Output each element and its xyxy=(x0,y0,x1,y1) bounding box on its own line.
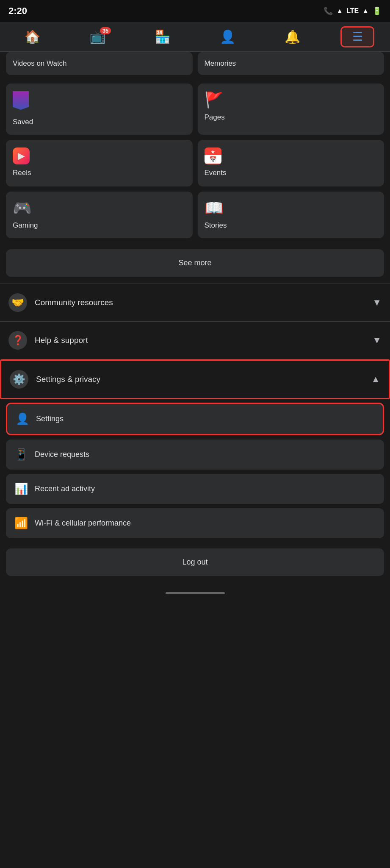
gaming-label: Gaming xyxy=(13,221,38,230)
call-icon: 📞 xyxy=(324,6,333,16)
gaming-icon: 🎮 xyxy=(13,199,32,217)
device-requests-sub-item[interactable]: 📱 Device requests xyxy=(6,440,384,470)
marketplace-icon: 🏪 xyxy=(155,29,170,44)
videos-on-watch-label: Videos on Watch xyxy=(13,59,67,68)
memories-item[interactable]: Memories xyxy=(198,52,384,75)
community-resources-label: Community resources xyxy=(35,298,113,307)
stories-label: Stories xyxy=(205,221,227,230)
help-support-chevron: ▼ xyxy=(372,335,382,346)
wifi-cellular-sub-item[interactable]: 📶 Wi-Fi & cellular performance xyxy=(6,508,384,538)
ad-icon: 📊 xyxy=(14,482,28,495)
grid-section: Saved 🚩 Pages ▶ Reels ★ 📅 xyxy=(0,79,390,248)
help-support-left: ❓ Help & support xyxy=(8,331,88,350)
nav-item-notifications[interactable]: 🔔 xyxy=(276,26,310,47)
reels-label: Reels xyxy=(13,169,31,177)
saved-label: Saved xyxy=(13,118,33,126)
home-icon: 🏠 xyxy=(25,29,40,44)
settings-privacy-icon: ⚙️ xyxy=(10,370,28,389)
settings-sub-items: 👤 Settings 📱 Device requests 📊 Recent ad… xyxy=(0,399,390,542)
nav-item-menu[interactable]: ☰ xyxy=(340,26,374,47)
grid-item-reels[interactable]: ▶ Reels xyxy=(6,140,193,186)
status-bar: 2:20 📞 ▲ LTE ▲ 🔋 xyxy=(0,0,390,22)
menu-icon: ☰ xyxy=(352,30,363,44)
partial-top-row: Videos on Watch Memories xyxy=(0,52,390,79)
nav-item-home[interactable]: 🏠 xyxy=(16,26,50,47)
community-resources-item[interactable]: 🤝 Community resources ▼ xyxy=(0,284,390,321)
nav-item-watch[interactable]: 📺 35 xyxy=(80,26,114,47)
pages-label: Pages xyxy=(205,113,225,122)
wifi-signal-icon: ▲ xyxy=(336,7,343,15)
wifi-icon: 📶 xyxy=(14,517,28,530)
stories-icon: 📖 xyxy=(205,199,224,217)
see-more-label: See more xyxy=(178,259,211,267)
profile-icon: 👤 xyxy=(220,29,235,44)
logout-label: Log out xyxy=(182,558,207,566)
settings-person-icon: 👤 xyxy=(16,412,29,426)
home-bar-indicator xyxy=(166,592,225,594)
see-more-button[interactable]: See more xyxy=(6,249,384,277)
memories-label: Memories xyxy=(205,59,236,68)
nav-item-profile[interactable]: 👤 xyxy=(210,26,244,47)
notifications-icon: 🔔 xyxy=(285,29,300,44)
grid-item-gaming[interactable]: 🎮 Gaming xyxy=(6,192,193,238)
reels-icon: ▶ xyxy=(13,147,30,164)
wifi-cellular-label: Wi-Fi & cellular performance xyxy=(35,519,131,528)
settings-privacy-label: Settings & privacy xyxy=(36,375,100,384)
recent-ad-activity-sub-item[interactable]: 📊 Recent ad activity xyxy=(6,474,384,504)
status-icons: 📞 ▲ LTE ▲ 🔋 xyxy=(324,6,382,16)
grid-row-2: ▶ Reels ★ 📅 Events xyxy=(6,140,384,186)
grid-item-events[interactable]: ★ 📅 Events xyxy=(198,140,384,186)
help-icon: ❓ xyxy=(8,331,27,350)
watch-badge: 35 xyxy=(100,27,111,34)
community-resources-left: 🤝 Community resources xyxy=(8,293,113,312)
help-support-label: Help & support xyxy=(35,336,88,345)
home-bar xyxy=(0,586,390,603)
settings-sub-item[interactable]: 👤 Settings xyxy=(6,403,384,435)
pages-icon: 🚩 xyxy=(205,91,224,109)
community-icon: 🤝 xyxy=(8,293,27,312)
settings-label: Settings xyxy=(36,415,64,423)
device-icon: 📱 xyxy=(14,448,28,461)
events-label: Events xyxy=(205,169,227,177)
videos-on-watch-item[interactable]: Videos on Watch xyxy=(6,52,193,75)
help-support-item[interactable]: ❓ Help & support ▼ xyxy=(0,322,390,359)
settings-privacy-item[interactable]: ⚙️ Settings & privacy ▲ xyxy=(0,359,390,399)
grid-row-3: 🎮 Gaming 📖 Stories xyxy=(6,192,384,238)
main-content: Videos on Watch Memories Saved 🚩 Pages xyxy=(0,52,390,603)
settings-privacy-chevron: ▲ xyxy=(371,374,380,385)
logout-button[interactable]: Log out xyxy=(6,548,384,576)
settings-privacy-left: ⚙️ Settings & privacy xyxy=(10,370,100,389)
battery-icon: 🔋 xyxy=(372,6,382,16)
lte-label: LTE xyxy=(346,7,359,15)
grid-item-stories[interactable]: 📖 Stories xyxy=(198,192,384,238)
saved-icon xyxy=(13,91,29,114)
nav-item-marketplace[interactable]: 🏪 xyxy=(146,26,180,47)
events-icon: ★ 📅 xyxy=(205,147,221,164)
signal-icon: ▲ xyxy=(362,7,369,15)
community-resources-chevron: ▼ xyxy=(372,297,382,308)
grid-row-1: Saved 🚩 Pages xyxy=(6,83,384,135)
grid-item-pages[interactable]: 🚩 Pages xyxy=(198,83,384,135)
status-time: 2:20 xyxy=(8,6,27,17)
recent-ad-activity-label: Recent ad activity xyxy=(35,484,95,493)
device-requests-label: Device requests xyxy=(35,450,89,459)
grid-item-saved[interactable]: Saved xyxy=(6,83,193,135)
nav-bar: 🏠 📺 35 🏪 👤 🔔 ☰ xyxy=(0,22,390,52)
